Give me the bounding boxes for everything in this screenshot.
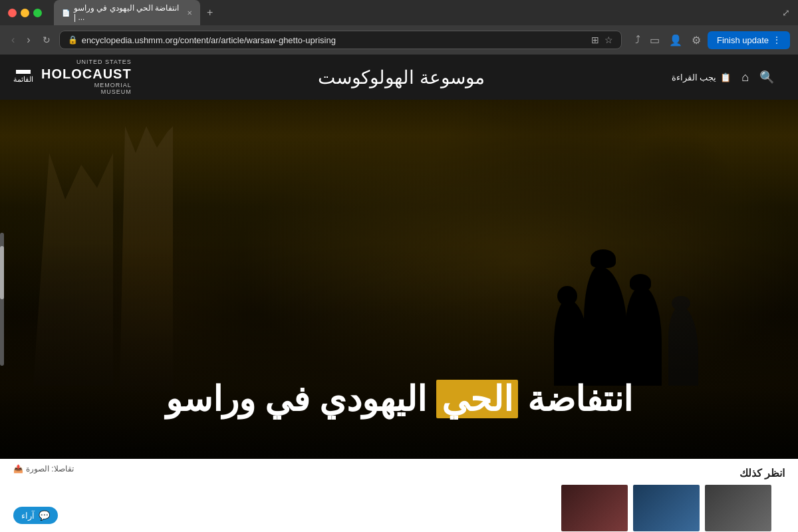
share-label: تقاصلا: الصورة bbox=[26, 464, 74, 473]
scroll-indicator bbox=[0, 233, 4, 366]
close-button[interactable] bbox=[8, 9, 17, 17]
reading-icon: 📋 bbox=[720, 72, 731, 82]
profile-icon[interactable]: 👤 bbox=[666, 33, 685, 48]
url-text: encyclopedia.ushmm.org/content/ar/articl… bbox=[82, 35, 336, 45]
thumbnail-row bbox=[561, 485, 771, 531]
extensions-icon[interactable]: ⚙ bbox=[689, 33, 704, 48]
expand-icon[interactable]: ⤢ bbox=[782, 7, 790, 18]
active-tab[interactable]: 📄 انتفاضة الحي اليهودي في وراسو | ... ✕ bbox=[54, 0, 200, 25]
menu-label: القائمة bbox=[13, 75, 33, 84]
minimize-button[interactable] bbox=[21, 9, 29, 17]
tab-close-icon[interactable]: ✕ bbox=[187, 9, 192, 17]
chat-icon: 💬 bbox=[39, 510, 50, 521]
new-tab-button[interactable]: + bbox=[203, 7, 217, 19]
thumbnail-2[interactable] bbox=[633, 485, 700, 531]
header-actions: 🔍 ⌂ 📋 يجب القراءة bbox=[672, 70, 775, 84]
search-icon[interactable]: 🔍 bbox=[759, 70, 774, 84]
opinion-label: آراء bbox=[21, 511, 35, 521]
maximize-button[interactable] bbox=[33, 9, 42, 17]
share-badge[interactable]: تقاصلا: الصورة 📤 bbox=[13, 464, 74, 473]
back-button[interactable]: ‹ bbox=[8, 33, 18, 47]
site-title: موسوعة الهولوكوست bbox=[132, 66, 672, 88]
thumbnail-1[interactable] bbox=[705, 485, 771, 531]
hero-container: انتفاضة الحي اليهودي في وراسو bbox=[0, 100, 798, 459]
finish-chevron-icon: ⋮ bbox=[773, 35, 781, 45]
sidebar-toggle-icon[interactable]: ▭ bbox=[647, 33, 662, 48]
museum-logo-text: UNITED STATES HOLOCAUST MEMORIAL MUSEUM bbox=[41, 59, 132, 96]
also-see-label: انظر كذلك bbox=[561, 467, 785, 479]
bookmark-icon[interactable]: ☆ bbox=[604, 35, 613, 45]
hamburger-line-3 bbox=[16, 72, 31, 74]
reading-label: يجب القراءة bbox=[672, 72, 717, 82]
home-icon[interactable]: ⌂ bbox=[741, 70, 749, 84]
logo-united: UNITED STATES bbox=[41, 59, 132, 66]
also-see-section: انظر كذلك bbox=[561, 467, 785, 531]
museum-logo[interactable]: UNITED STATES HOLOCAUST MEMORIAL MUSEUM bbox=[41, 59, 132, 96]
url-actions: ⊞ ☆ bbox=[591, 35, 613, 45]
logo-memorial: MEMORIAL bbox=[41, 82, 132, 89]
toolbar-right: ⤴ ▭ 👤 ⚙ Finish update ⋮ bbox=[632, 31, 790, 49]
hero-title-part2: اليهودي في وراسو bbox=[166, 380, 427, 418]
thumbnail-3[interactable] bbox=[561, 485, 628, 531]
tab-area: 📄 انتفاضة الحي اليهودي في وراسو | ... ✕ … bbox=[54, 0, 777, 25]
hero-title-part1: انتفاضة bbox=[527, 380, 632, 418]
traffic-lights bbox=[8, 9, 42, 17]
title-bar: 📄 انتفاضة الحي اليهودي في وراسو | ... ✕ … bbox=[0, 0, 798, 25]
hero-text: انتفاضة الحي اليهودي في وراسو bbox=[0, 379, 798, 419]
finish-update-button[interactable]: Finish update ⋮ bbox=[708, 31, 790, 49]
url-bar[interactable]: 🔒 encyclopedia.ushmm.org/content/ar/arti… bbox=[59, 31, 622, 49]
finish-update-label: Finish update bbox=[717, 35, 769, 45]
share-toolbar-icon[interactable]: ⤴ bbox=[632, 33, 643, 47]
hamburger-menu[interactable]: القائمة bbox=[13, 70, 33, 84]
lock-icon: 🔒 bbox=[68, 35, 78, 45]
tab-title: انتفاضة الحي اليهودي في وراسو | ... bbox=[74, 3, 183, 22]
logo-holocaust: HOLOCAUST bbox=[41, 66, 132, 82]
hero-title: انتفاضة الحي اليهودي في وراسو bbox=[0, 379, 798, 419]
translate-icon[interactable]: ⊞ bbox=[591, 35, 599, 45]
reload-button[interactable]: ↻ bbox=[39, 33, 54, 47]
tab-favicon: 📄 bbox=[62, 9, 70, 17]
reading-link[interactable]: 📋 يجب القراءة bbox=[672, 72, 732, 82]
bottom-area: انظر كذلك تقاصلا: الصورة 📤 💬 آراء bbox=[0, 459, 798, 532]
forward-button[interactable]: › bbox=[23, 33, 33, 47]
address-bar: ‹ › ↻ 🔒 encyclopedia.ushmm.org/content/a… bbox=[0, 25, 798, 55]
opinion-badge[interactable]: 💬 آراء bbox=[13, 507, 58, 524]
window-controls: ⤢ bbox=[782, 7, 790, 19]
share-icon: 📤 bbox=[13, 464, 23, 473]
logo-museum: MUSEUM bbox=[41, 88, 132, 96]
site-header: 🔍 ⌂ 📋 يجب القراءة موسوعة الهولوكوست UNIT… bbox=[0, 55, 798, 100]
scroll-thumb[interactable] bbox=[0, 246, 4, 299]
hero-title-highlight: الحي bbox=[436, 380, 518, 418]
